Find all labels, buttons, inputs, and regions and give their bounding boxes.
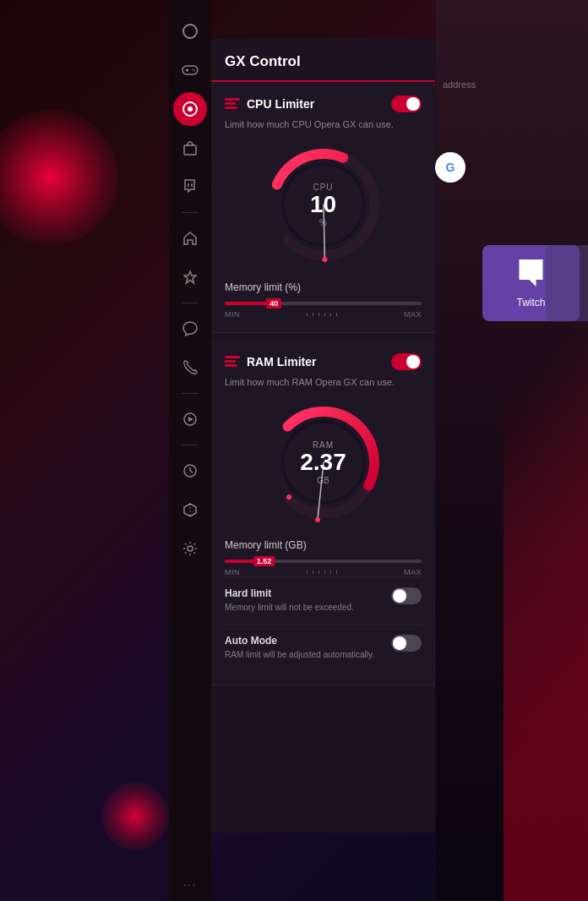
gx-control-icon xyxy=(182,101,199,117)
ram-tick-5 xyxy=(330,571,331,574)
svg-line-16 xyxy=(190,471,193,472)
tick-6 xyxy=(336,313,337,316)
cpu-slider-track[interactable]: 40 xyxy=(225,302,422,305)
svg-point-19 xyxy=(188,546,193,551)
sidebar-divider-4 xyxy=(182,445,199,445)
ram-gauge-unit: GB xyxy=(300,475,346,484)
ram-tick-4 xyxy=(324,571,325,574)
cube-icon xyxy=(182,502,198,517)
tick-5 xyxy=(330,313,331,316)
sidebar-item-history[interactable] xyxy=(173,454,207,488)
ram-tick-3 xyxy=(318,571,319,574)
cpu-slider-thumb[interactable]: 40 xyxy=(266,298,281,309)
cpu-gauge-center: CPU 10 % xyxy=(310,183,336,227)
ram-limiter-section: RAM Limiter Limit how much RAM Opera GX … xyxy=(211,340,435,685)
ram-gauge-value: 2.37 xyxy=(300,450,346,476)
svg-point-4 xyxy=(193,69,194,71)
cpu-gauge-value: 10 xyxy=(310,192,336,218)
hard-limit-desc: Memory limit will not be exceeded. xyxy=(225,602,383,614)
auto-mode-title: Auto Mode xyxy=(225,635,383,647)
sidebar-item-shop[interactable] xyxy=(173,131,207,165)
sidebar-item-home[interactable] xyxy=(173,221,207,255)
cpu-slider-marks: MIN MAX xyxy=(225,310,422,319)
purple-card xyxy=(546,245,588,321)
sidebar-item-bookmarks[interactable] xyxy=(173,260,207,294)
cpu-slider-ticks xyxy=(307,313,337,316)
auto-mode-row: Auto Mode RAM limit will be adjusted aut… xyxy=(225,624,422,671)
ram-slider-marks: MIN MAX xyxy=(225,568,422,576)
twitch-logo-icon xyxy=(514,258,548,292)
ram-limiter-header: RAM Limiter xyxy=(225,353,422,370)
tick-2 xyxy=(313,313,313,316)
star-icon xyxy=(183,270,197,285)
sidebar-divider-1 xyxy=(182,212,199,213)
ram-limiter-toggle[interactable] xyxy=(391,353,422,370)
hard-limit-toggle[interactable] xyxy=(391,587,422,604)
panel-title: GX Control xyxy=(225,53,301,69)
cpu-gauge-unit: % xyxy=(310,217,336,227)
cpu-slider-min: MIN xyxy=(225,310,240,319)
cpu-limiter-title: CPU Limiter xyxy=(247,97,314,111)
svg-point-0 xyxy=(183,25,197,38)
ram-slider-thumb[interactable]: 1.52 xyxy=(253,556,275,566)
ram-section-icon xyxy=(225,356,240,368)
google-icon: G xyxy=(446,161,455,174)
video-icon xyxy=(182,412,198,427)
cpu-section-icon xyxy=(225,98,240,110)
sidebar-divider-2 xyxy=(182,303,199,303)
shop-icon xyxy=(183,140,197,156)
ram-title-row: RAM Limiter xyxy=(225,355,316,369)
panel-header: GX Control xyxy=(211,38,435,82)
cpu-title-row: CPU Limiter xyxy=(225,97,314,111)
svg-rect-8 xyxy=(184,145,196,155)
svg-rect-1 xyxy=(182,66,198,74)
sidebar-item-3d[interactable] xyxy=(173,493,207,527)
sidebar-item-settings[interactable] xyxy=(173,532,207,565)
opera-icon xyxy=(182,23,199,40)
cpu-gauge-container: CPU 10 % xyxy=(225,141,422,268)
svg-marker-11 xyxy=(184,271,196,283)
sidebar-item-whatsapp[interactable] xyxy=(173,351,207,385)
ram-gauge-wrap: RAM 2.37 GB xyxy=(260,399,387,526)
glow-circle-bottom xyxy=(101,783,169,850)
ram-tick-6 xyxy=(336,571,337,574)
sidebar-item-messenger[interactable] xyxy=(173,312,207,346)
cpu-gauge-wrap: CPU 10 % xyxy=(260,141,387,268)
tick-3 xyxy=(318,313,319,316)
sidebar: ... xyxy=(169,0,211,901)
ram-tick-2 xyxy=(313,571,313,574)
sidebar-more: ... xyxy=(183,876,197,888)
address-bar[interactable]: address xyxy=(436,72,580,97)
messenger-icon xyxy=(182,321,198,336)
auto-mode-desc: RAM limit will be adjusted automatically… xyxy=(225,649,383,661)
ram-icon-bar-1 xyxy=(225,356,240,358)
address-text: address xyxy=(443,79,476,90)
hard-limit-row: Hard limit Memory limit will not be exce… xyxy=(225,576,422,624)
sidebar-item-gx-control[interactable] xyxy=(173,92,207,126)
sidebar-item-twitch[interactable] xyxy=(173,170,207,204)
ram-slider-track[interactable]: 1.52 xyxy=(225,560,422,563)
cpu-limiter-toggle[interactable] xyxy=(391,96,422,112)
ram-slider-min: MIN xyxy=(225,568,240,576)
sidebar-item-gamepad[interactable] xyxy=(173,53,207,87)
auto-mode-toggle[interactable] xyxy=(391,635,422,652)
icon-bar-2 xyxy=(225,102,236,105)
svg-point-7 xyxy=(188,106,193,112)
clock-icon xyxy=(182,463,198,478)
icon-bar-1 xyxy=(225,98,240,101)
tick-1 xyxy=(307,313,308,316)
sidebar-item-opera[interactable] xyxy=(173,14,207,48)
phone-icon xyxy=(182,360,198,375)
cpu-limiter-header: CPU Limiter xyxy=(225,96,422,112)
sidebar-item-video[interactable] xyxy=(173,402,207,436)
auto-mode-info: Auto Mode RAM limit will be adjusted aut… xyxy=(225,635,391,661)
home-icon xyxy=(182,231,198,246)
cpu-slider-max: MAX xyxy=(404,310,422,319)
gx-panel: GX Control CPU Limiter Limit how much CP… xyxy=(211,38,435,833)
ram-tick-1 xyxy=(307,571,308,574)
red-stripe xyxy=(504,0,588,901)
google-button[interactable]: G xyxy=(435,152,466,183)
hard-limit-title: Hard limit xyxy=(225,587,383,599)
ram-icon-bar-2 xyxy=(225,360,236,363)
icon-bar-3 xyxy=(225,106,237,109)
